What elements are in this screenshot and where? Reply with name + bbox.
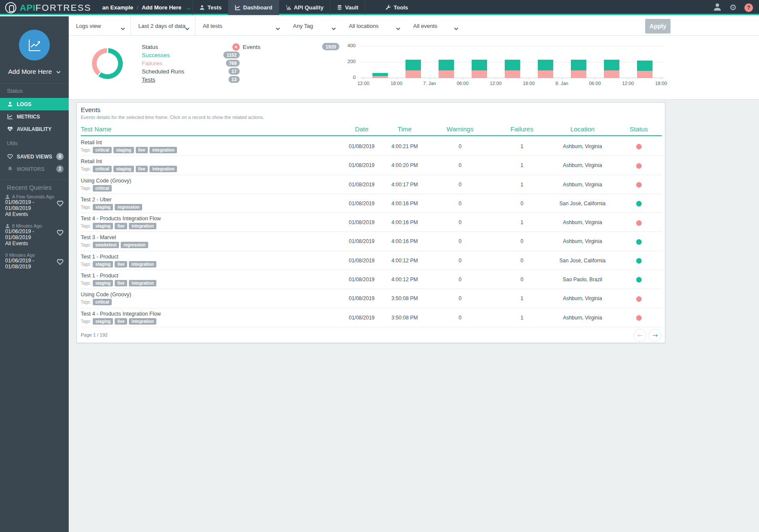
favorite-heart-icon[interactable] [57, 259, 64, 267]
bell-icon [7, 166, 13, 172]
sidebar-section-status: Status [7, 88, 23, 94]
tag-select[interactable]: Any Tag [286, 16, 341, 36]
recent-query-item[interactable]: 8 Minutes Ago 01/06/2019 - 01/08/2019 Al… [0, 223, 69, 252]
status-dot [636, 220, 642, 226]
sidebar-item-logs[interactable]: LOGS [0, 98, 69, 110]
sidebar-item-metrics[interactable]: METRICS [0, 110, 69, 123]
failure-segment [538, 70, 553, 78]
heart-pulse-icon [7, 126, 13, 132]
stacked-bar[interactable] [604, 60, 619, 78]
x-tick-label: 06:00 [582, 81, 608, 86]
event-time: 3:50:08 PM [375, 308, 435, 327]
project-selector[interactable]: Add More Here [0, 68, 69, 75]
status-metric-row[interactable]: Successes 1152 [142, 51, 240, 59]
tests-select[interactable]: All tests [195, 16, 286, 36]
breadcrumb-project[interactable]: an Example [102, 4, 133, 11]
tag-list: critical [93, 185, 112, 192]
stacked-bar[interactable] [505, 60, 520, 78]
help-icon[interactable]: ? [744, 3, 753, 12]
user-avatar-icon[interactable] [713, 3, 722, 13]
stacked-bar[interactable] [571, 60, 586, 78]
y-tick-label: 200 [339, 59, 356, 64]
x-tick [363, 78, 364, 79]
event-warnings: 0 [430, 213, 490, 232]
tab-dashboard[interactable]: Dashboard [228, 0, 279, 15]
tab-tools[interactable]: Tools [379, 0, 415, 15]
event-table-row[interactable]: Test 1 - Product Tags:stagingliveintegra… [81, 270, 662, 289]
tags-label: Tags: [81, 243, 91, 247]
y-tick-label: 0 [339, 75, 356, 80]
app-logo[interactable]: APIFORTRESS [5, 0, 91, 15]
events-count-label: Events [243, 44, 260, 50]
favorite-heart-icon[interactable] [57, 230, 64, 237]
status-dot [636, 144, 642, 149]
recent-query-item[interactable]: A Few Seconds Ago 01/06/2019 - 01/08/201… [0, 194, 69, 223]
tab-api-quality[interactable]: API Quality [279, 0, 330, 15]
failure-segment [472, 70, 487, 78]
api-fortress-dashboard: APIFORTRESS an Example / Add More Here T… [0, 0, 759, 532]
event-table-row[interactable]: Retail Int Tags:criticalstagingliveinteg… [81, 137, 662, 156]
status-metric-row[interactable]: Tests 13 [142, 76, 240, 84]
event-table-row[interactable]: Test 1 - Product Tags:stagingliveintegra… [81, 251, 662, 270]
failure-segment [505, 70, 520, 78]
project-chart-icon[interactable] [19, 30, 50, 61]
event-time: 4:00:17 PM [375, 175, 435, 194]
status-metric-row[interactable]: Failures 768 [142, 59, 240, 67]
status-metric-row[interactable]: Status [142, 43, 240, 51]
x-tick-label: 8. Jan [549, 81, 575, 86]
sidebar-item-saved-views[interactable]: SAVED VIEWS 0 [0, 150, 69, 163]
stacked-bar[interactable] [472, 60, 487, 78]
status-summary-strip: Status Successes 1152 Failures 768 Sched… [69, 36, 759, 100]
query-type-icon [5, 224, 10, 228]
status-metric-badge: 768 [226, 60, 240, 67]
event-table-row[interactable]: Test 4 - Products Integration Flow Tags:… [81, 213, 662, 232]
x-tick [628, 78, 628, 79]
previous-page-button[interactable] [634, 329, 646, 342]
event-warnings: 0 [430, 270, 490, 289]
sidebar-item-availability[interactable]: AVAILABILITY [0, 123, 69, 135]
gear-icon[interactable]: ⚙ [729, 3, 737, 12]
success-segment [637, 61, 652, 71]
success-segment [372, 73, 388, 76]
pagination-label: Page 1 / 192 [81, 332, 107, 337]
top-navbar: APIFORTRESS an Example / Add More Here T… [0, 0, 759, 15]
location-select[interactable]: All locations [341, 16, 406, 36]
events-panel-subtitle: Events details for the selected time fra… [81, 115, 264, 120]
next-page-button[interactable] [649, 329, 661, 342]
breadcrumb-page[interactable]: Add More Here [142, 4, 181, 11]
failure-segment [637, 71, 652, 78]
tags-label: Tags: [81, 300, 91, 304]
event-type-select[interactable]: All events [406, 16, 464, 36]
event-warnings: 0 [430, 232, 490, 251]
x-tick-label: 12:00 [351, 81, 376, 86]
event-table-row[interactable]: Using Code (Groovy) Tags:critical 01/08/… [81, 289, 662, 308]
sidebar-item-monitors[interactable]: MONITORS 2 [0, 163, 69, 175]
tab-vault[interactable]: Vault [330, 0, 365, 15]
favorite-heart-icon[interactable] [57, 201, 64, 208]
events-bar-chart: 0200400 12:0018:007. Jan06:0012:0018:008… [339, 44, 666, 92]
tab-tests[interactable]: Tests [192, 0, 228, 15]
x-tick [463, 78, 463, 79]
tag-list: critical [93, 299, 112, 305]
status-metric-row[interactable]: Scheduled Runs 17 [142, 67, 240, 76]
events-table-body: Retail Int Tags:criticalstagingliveinteg… [81, 137, 662, 327]
event-table-row[interactable]: Using Code (Groovy) Tags:critical 01/08/… [81, 175, 662, 194]
date-range-select[interactable]: Last 2 days of data [131, 16, 195, 36]
view-select[interactable]: Logs view [69, 16, 131, 36]
event-table-row[interactable]: Retail Int Tags:criticalstagingliveinteg… [81, 156, 662, 175]
event-table-row[interactable]: Test 4 - Products Integration Flow Tags:… [81, 308, 662, 327]
stacked-bar[interactable] [372, 73, 388, 78]
breadcrumb-arrow-icon[interactable] [185, 4, 191, 11]
stacked-bar[interactable] [405, 60, 421, 78]
stacked-bar[interactable] [637, 61, 652, 78]
recent-query-item[interactable]: 9 Minutes Ago 01/06/2019 - 01/08/2019 Al… [0, 252, 69, 270]
x-tick [529, 78, 529, 79]
tags-label: Tags: [81, 281, 91, 286]
event-table-row[interactable]: Test 3 - Marvel Tags:smoketestregression… [81, 232, 662, 251]
stacked-bar[interactable] [439, 60, 454, 78]
apply-button[interactable]: Apply [645, 19, 671, 33]
event-table-row[interactable]: Test 2 - Uber Tags:stagingregression 01/… [81, 194, 662, 213]
tag-list: smoketestregression [93, 242, 148, 248]
tag-pill: integration [129, 261, 156, 268]
stacked-bar[interactable] [538, 60, 553, 78]
